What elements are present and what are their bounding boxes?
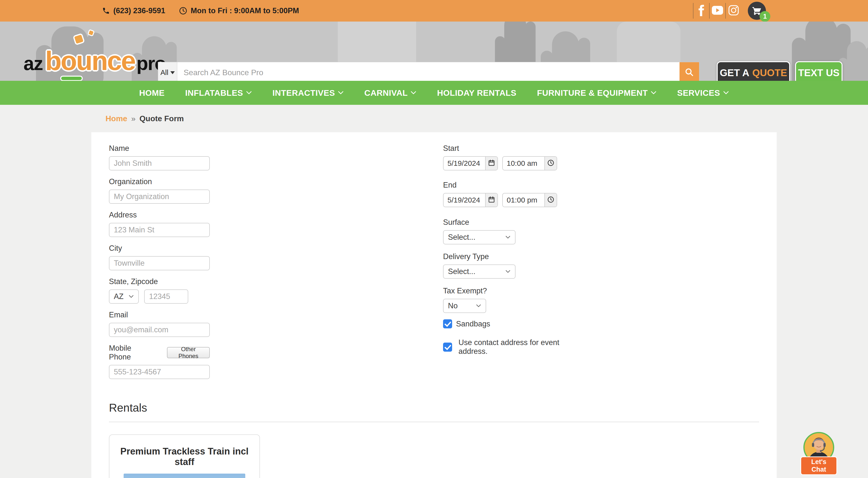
start-time-input[interactable]: 10:00 am xyxy=(502,156,557,171)
instagram-icon xyxy=(728,5,739,17)
phone-number[interactable]: (623) 236-9591 xyxy=(102,6,165,15)
tax-exempt-label: Tax Exempt? xyxy=(443,287,590,295)
youtube-icon xyxy=(712,6,723,16)
calendar-icon xyxy=(488,159,495,168)
search-icon xyxy=(685,67,694,78)
nav-carnival[interactable]: CARNIVAL xyxy=(364,88,416,98)
search-category-dropdown[interactable]: All xyxy=(158,62,177,81)
surface-label: Surface xyxy=(443,218,590,227)
start-date-input[interactable]: 5/19/2024 xyxy=(443,156,498,171)
state-select[interactable]: AZ xyxy=(109,290,139,304)
quote-highlight: QUOTE xyxy=(752,67,787,78)
delivery-type-value: Select... xyxy=(448,267,475,276)
mobile-phone-input[interactable] xyxy=(109,365,210,379)
phone-icon xyxy=(102,7,110,15)
start-date-picker-button[interactable] xyxy=(485,157,497,170)
chat-widget[interactable]: Let's Chat xyxy=(800,432,837,475)
facebook-icon xyxy=(698,4,705,17)
nav-inflatables[interactable]: INFLATABLES xyxy=(185,88,252,98)
delivery-type-select[interactable]: Select... xyxy=(443,265,516,279)
end-date-picker-button[interactable] xyxy=(485,193,497,207)
clock-icon xyxy=(547,159,554,168)
logo-green-base xyxy=(60,76,83,81)
site-logo[interactable]: az bounce pro xyxy=(24,45,166,76)
get-a-quote-button[interactable]: GET A QUOTE xyxy=(717,61,790,81)
cart-button[interactable]: 1 xyxy=(748,2,766,20)
city-label: City xyxy=(109,244,210,253)
youtube-link[interactable] xyxy=(709,3,725,19)
search-input[interactable] xyxy=(177,62,680,81)
chevron-down-icon xyxy=(723,91,729,95)
chat-label: Let's Chat xyxy=(800,456,837,475)
clock-icon xyxy=(547,196,554,204)
calendar-icon xyxy=(488,196,495,204)
logo-az-text: az xyxy=(24,52,42,75)
start-date-value: 5/19/2024 xyxy=(443,157,485,170)
sandbags-checkbox[interactable] xyxy=(443,319,452,328)
end-date-value: 5/19/2024 xyxy=(443,193,485,207)
end-time-picker-button[interactable] xyxy=(545,193,557,207)
state-value: AZ xyxy=(114,292,124,301)
other-phones-button[interactable]: Other Phones xyxy=(167,347,210,358)
end-label: End xyxy=(443,181,590,189)
business-hours: Mon to Fri : 9:00AM to 5:00PM xyxy=(179,6,299,15)
email-input[interactable] xyxy=(109,323,210,337)
event-info-column: Start 5/19/2024 10:00 am xyxy=(443,144,590,356)
name-input[interactable] xyxy=(109,156,210,171)
organization-input[interactable] xyxy=(109,189,210,204)
use-contact-address-label: Use contact address for event address. xyxy=(459,338,590,356)
facebook-link[interactable] xyxy=(693,3,709,19)
clock-icon xyxy=(179,7,187,15)
surface-select[interactable]: Select... xyxy=(443,230,516,244)
main-nav: HOME INFLATABLES INTERACTIVES CARNIVAL H… xyxy=(0,81,868,105)
chevron-down-icon xyxy=(128,295,134,298)
sandbags-label: Sandbags xyxy=(456,320,490,328)
phone-text: (623) 236-9591 xyxy=(113,6,165,15)
rental-card[interactable]: Premium Trackless Train incl staff xyxy=(109,435,260,478)
rentals-divider xyxy=(109,422,759,422)
surface-value: Select... xyxy=(448,233,475,242)
chevron-down-icon xyxy=(338,91,344,95)
chevron-down-icon xyxy=(410,91,416,95)
breadcrumb-current: Quote Form xyxy=(140,114,184,123)
cart-count-badge: 1 xyxy=(760,11,770,22)
rental-card-image xyxy=(124,474,245,478)
nav-interactives[interactable]: INTERACTIVES xyxy=(273,88,344,98)
nav-services[interactable]: SERVICES xyxy=(677,88,729,98)
address-input[interactable] xyxy=(109,223,210,237)
caret-down-icon xyxy=(170,71,175,74)
use-contact-address-option: Use contact address for event address. xyxy=(443,338,590,356)
address-label: Address xyxy=(109,211,210,219)
state-zip-label: State, Zipcode xyxy=(109,277,210,286)
city-input[interactable] xyxy=(109,256,210,270)
site-header: az bounce pro All xyxy=(0,22,868,81)
logo-bounce-block xyxy=(73,33,85,45)
contact-info-column: Name Organization Address City State, Zi… xyxy=(109,144,210,386)
mobile-phone-label: Mobile Phone xyxy=(109,344,150,361)
organization-label: Organization xyxy=(109,177,210,186)
breadcrumb-home-link[interactable]: Home xyxy=(105,114,127,123)
use-contact-address-checkbox[interactable] xyxy=(443,342,452,352)
delivery-type-label: Delivery Type xyxy=(443,252,590,261)
logo-bounce-text: bounce xyxy=(45,45,135,76)
start-label: Start xyxy=(443,144,590,153)
nav-home[interactable]: HOME xyxy=(139,88,164,98)
breadcrumb: Home » Quote Form xyxy=(0,105,868,132)
text-us-button[interactable]: TEXT US xyxy=(795,61,842,81)
end-time-input[interactable]: 01:00 pm xyxy=(502,193,557,207)
nav-holiday-rentals[interactable]: HOLIDAY RENTALS xyxy=(437,88,516,98)
start-time-picker-button[interactable] xyxy=(545,157,557,170)
name-label: Name xyxy=(109,144,210,153)
breadcrumb-separator: » xyxy=(131,114,135,123)
nav-furniture-equipment[interactable]: FURNITURE & EQUIPMENT xyxy=(537,88,657,98)
rental-card-title: Premium Trackless Train incl staff xyxy=(110,446,259,467)
chevron-down-icon xyxy=(651,91,656,95)
end-date-input[interactable]: 5/19/2024 xyxy=(443,193,498,207)
logo-bounce-block xyxy=(87,29,95,37)
instagram-link[interactable] xyxy=(725,3,741,19)
search-button[interactable] xyxy=(680,62,699,81)
sandbags-option: Sandbags xyxy=(443,319,590,328)
email-label: Email xyxy=(109,310,210,319)
tax-exempt-select[interactable]: No xyxy=(443,299,486,313)
zipcode-input[interactable] xyxy=(144,290,188,304)
